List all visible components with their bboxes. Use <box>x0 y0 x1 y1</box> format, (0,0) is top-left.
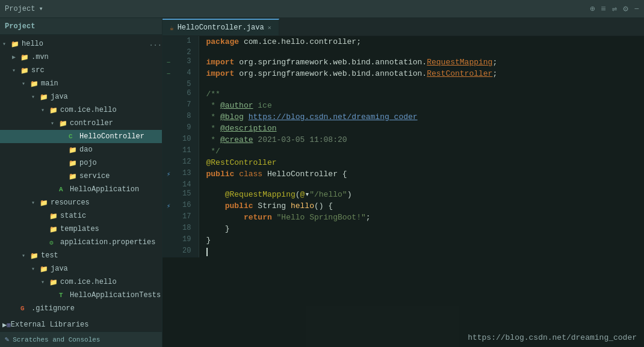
line-gutter <box>163 88 175 100</box>
tree-arrow: ▾ <box>31 199 40 206</box>
sidebar-item-templates[interactable]: 📁 templates <box>0 223 162 236</box>
line-gutter <box>163 48 175 57</box>
tree-arrow: ▾ <box>2 40 11 48</box>
line-content: @RequestMapping(@▾"/hello") <box>199 189 644 200</box>
list-icon[interactable]: ≡ <box>601 4 605 14</box>
tree-label: test <box>41 251 162 260</box>
tree-label: hello <box>22 40 144 48</box>
tree-icon: 📁 <box>20 54 31 61</box>
code-editor[interactable]: 1package com.ice.hello.controller;2−3imp… <box>163 36 644 347</box>
line-number: 8 <box>175 111 199 123</box>
sidebar-item-HelloController[interactable]: C HelloController <box>0 130 162 143</box>
gear-icon[interactable]: ⚙ <box>623 4 628 14</box>
sidebar-content[interactable]: ▾ 📁 hello ... ▶ 📁 .mvn ▾ 📁 src ▾ 📁 main … <box>0 35 162 318</box>
tree-arrow: ▾ <box>31 265 40 272</box>
tree-icon: C <box>69 133 79 140</box>
line-gutter <box>163 189 175 200</box>
sidebar-item-HelloApplicationTests[interactable]: T HelloApplicationTests <box>0 289 162 302</box>
sidebar-item-java[interactable]: ▾ 📁 java <box>0 90 162 103</box>
sidebar-item-com.ice.hello[interactable]: ▾ 📁 com.ice.hello <box>0 103 162 117</box>
tree-label: pojo <box>79 159 162 167</box>
sidebar-item-main[interactable]: ▾ 📁 main <box>0 77 162 90</box>
line-content: import org.springframework.web.bind.anno… <box>199 57 644 68</box>
tree-label: src <box>31 66 162 75</box>
line-gutter: ⚡ <box>163 168 175 180</box>
line-gutter <box>163 123 175 134</box>
line-number: 11 <box>175 146 199 157</box>
tree-label: .mvn <box>31 53 162 61</box>
code-table: 1package com.ice.hello.controller;2−3imp… <box>163 36 644 257</box>
code-line: 8 * @blog https://blog.csdn.net/dreaming… <box>163 111 644 123</box>
line-content: public String hello() { <box>199 200 644 212</box>
code-line: ⚡16 public String hello() { <box>163 200 644 212</box>
sidebar-item-src[interactable]: ▾ 📁 src <box>0 64 162 77</box>
sidebar-item-controller[interactable]: ▾ 📁 controller <box>0 117 162 130</box>
line-gutter: − <box>163 68 175 79</box>
code-line: 14 <box>163 180 644 189</box>
code-line: 11 */ <box>163 146 644 157</box>
title-bar: Project ▾ ⊕ ≡ ⇌ ⚙ − <box>0 0 644 18</box>
tree-icon: 📁 <box>69 173 79 180</box>
sidebar-item-HelloApplication[interactable]: A HelloApplication <box>0 183 162 196</box>
line-gutter: ⚡ <box>163 200 175 212</box>
line-gutter <box>163 223 175 235</box>
code-line: 10 * @create 2021-03-05 11:08:20 <box>163 134 644 146</box>
tree-icon: 📁 <box>49 278 60 286</box>
tree-icon: 📁 <box>59 120 70 127</box>
line-number: 13 <box>175 168 199 180</box>
line-number: 19 <box>175 235 199 246</box>
tree-label: com.ice.hello <box>60 106 162 114</box>
external-libraries[interactable]: ▶ ⊞ External Libraries <box>0 318 162 331</box>
external-libraries-arrow: ▶ <box>2 321 7 330</box>
line-content: * @create 2021-03-05 11:08:20 <box>199 134 644 146</box>
code-line: 18 } <box>163 223 644 235</box>
line-content <box>199 180 644 189</box>
tree-icon: 📁 <box>30 80 41 88</box>
sidebar-item-com.ice.hello2[interactable]: ▾ 📁 com.ice.hello <box>0 275 162 289</box>
globe-icon[interactable]: ⊕ <box>590 4 595 14</box>
line-content: * @blog https://blog.csdn.net/dreaming_c… <box>199 111 644 123</box>
code-line: 6/** <box>163 88 644 100</box>
line-number: 4 <box>175 68 199 79</box>
tree-arrow: ▾ <box>22 252 30 259</box>
editor-tab[interactable]: ☕ HelloController.java ✕ <box>163 19 279 35</box>
code-line: 7 * @author ice <box>163 100 644 111</box>
external-libraries-label: External Libraries <box>11 321 89 329</box>
line-number: 5 <box>175 79 199 88</box>
split-icon[interactable]: ⇌ <box>612 4 617 14</box>
minimize-icon[interactable]: − <box>634 4 639 14</box>
line-gutter <box>163 111 175 123</box>
sidebar-item-service[interactable]: 📁 service <box>0 170 162 183</box>
line-content: import org.springframework.web.bind.anno… <box>199 68 644 79</box>
sidebar-item-java2[interactable]: ▾ 📁 java <box>0 262 162 275</box>
tab-bar: ☕ HelloController.java ✕ <box>163 18 644 36</box>
code-line: ⚡13public class HelloController { <box>163 168 644 180</box>
tab-close-button[interactable]: ✕ <box>268 24 271 31</box>
sidebar-item-static[interactable]: 📁 static <box>0 209 162 223</box>
sidebar-bottom[interactable]: ✎ Scratches and Consoles <box>0 331 162 347</box>
line-number: 2 <box>175 48 199 57</box>
sidebar-item-application.properties[interactable]: ⚙ application.properties <box>0 236 162 249</box>
sidebar-item-.gitignore[interactable]: G .gitignore <box>0 302 162 315</box>
sidebar-item-hello[interactable]: ▾ 📁 hello ... <box>0 37 162 51</box>
code-line: 2 <box>163 48 644 57</box>
tree-arrow: ▾ <box>41 278 49 286</box>
sidebar-item-resources[interactable]: ▾ 📁 resources <box>0 196 162 209</box>
line-content: /** <box>199 88 644 100</box>
chevron-down-icon: ▾ <box>39 4 43 13</box>
sidebar-item-test[interactable]: ▾ 📁 test <box>0 249 162 262</box>
sidebar-item-dao[interactable]: 📁 dao <box>0 143 162 156</box>
tree-icon: 📁 <box>69 146 79 154</box>
tree-icon: 📁 <box>69 159 79 167</box>
tab-file-icon: ☕ <box>170 24 174 32</box>
sidebar-item-mvn[interactable]: ▶ 📁 .mvn <box>0 51 162 64</box>
line-content: * @author ice <box>199 100 644 111</box>
sidebar-item-pojo[interactable]: 📁 pojo <box>0 156 162 170</box>
line-gutter <box>163 79 175 88</box>
line-gutter <box>163 246 175 257</box>
sidebar: Project ▾ 📁 hello ... ▶ 📁 .mvn ▾ 📁 src ▾… <box>0 18 163 347</box>
line-content: public class HelloController { <box>199 168 644 180</box>
line-content <box>199 246 644 257</box>
tree-icon: 📁 <box>40 93 51 101</box>
tree-label: .gitignore <box>31 304 162 313</box>
